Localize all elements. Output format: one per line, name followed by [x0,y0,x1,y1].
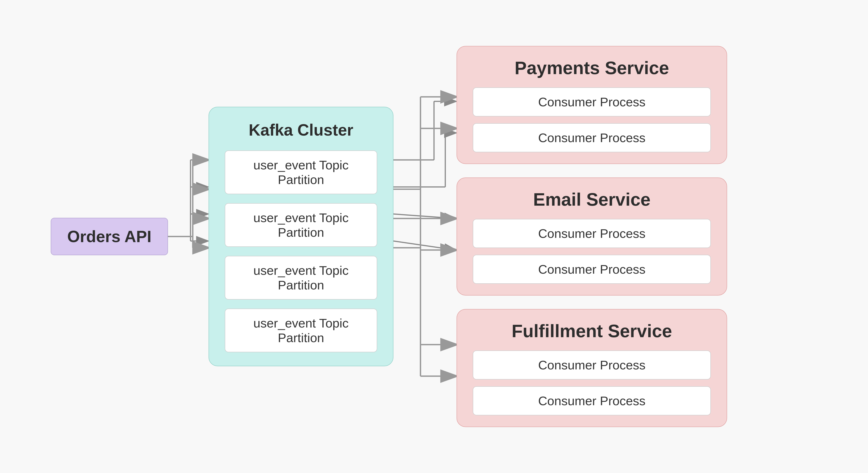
orders-api-label: Orders API [67,228,151,245]
email-consumers: Consumer Process Consumer Process [473,219,711,284]
email-consumer-2: Consumer Process [473,255,711,284]
payments-service-box: Payments Service Consumer Process Consum… [457,46,727,164]
orders-api-box: Orders API [51,218,168,255]
kafka-partitions-list: user_event Topic Partition user_event To… [225,150,377,352]
fulfillment-consumers: Consumer Process Consumer Process [473,350,711,415]
services-column: Payments Service Consumer Process Consum… [457,46,727,427]
kafka-cluster-title: Kafka Cluster [225,121,377,139]
fulfillment-consumer-2: Consumer Process [473,386,711,415]
fulfillment-service-box: Fulfillment Service Consumer Process Con… [457,309,727,427]
partition-box-2: user_event Topic Partition [225,203,377,247]
partition-box-1: user_event Topic Partition [225,150,377,194]
kafka-cluster-box: Kafka Cluster user_event Topic Partition… [209,107,394,366]
payments-consumer-1: Consumer Process [473,88,711,116]
email-service-box: Email Service Consumer Process Consumer … [457,177,727,296]
diagram: Orders API Kafka Cluster user_event Topi… [51,23,817,450]
payments-consumer-2: Consumer Process [473,123,711,152]
fulfillment-service-title: Fulfillment Service [473,321,711,341]
email-consumer-1: Consumer Process [473,219,711,248]
svg-line-14 [394,241,456,250]
email-service-title: Email Service [473,189,711,210]
svg-line-13 [394,214,456,218]
partition-box-4: user_event Topic Partition [225,309,377,352]
fulfillment-consumer-1: Consumer Process [473,350,711,379]
payments-consumers: Consumer Process Consumer Process [473,88,711,152]
partition-box-3: user_event Topic Partition [225,256,377,300]
payments-service-title: Payments Service [473,58,711,78]
